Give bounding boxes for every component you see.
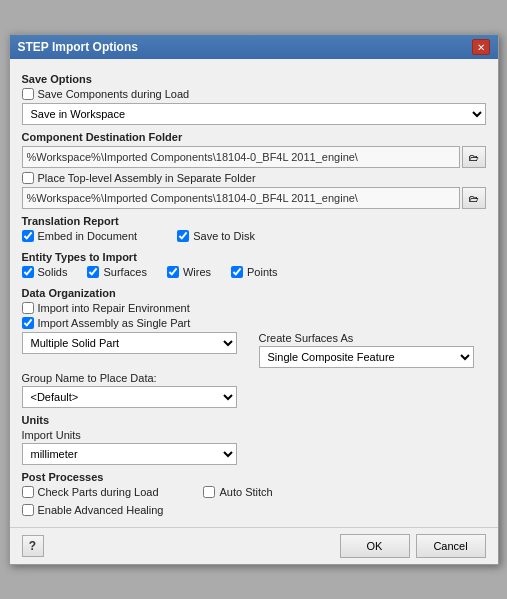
check-parts-label: Check Parts during Load bbox=[38, 486, 159, 498]
post-processes-row: Check Parts during Load Enable Advanced … bbox=[22, 486, 486, 519]
step-import-dialog: STEP Import Options ✕ Save Options Save … bbox=[9, 34, 499, 565]
save-mode-select[interactable]: Save in Workspace Save to Disk Don't Sav… bbox=[22, 103, 486, 125]
save-components-row: Save Components during Load bbox=[22, 88, 486, 100]
create-surfaces-select[interactable]: Single Composite Feature Multiple Featur… bbox=[259, 346, 474, 368]
path2-input[interactable] bbox=[22, 187, 460, 209]
wires-checkbox[interactable] bbox=[167, 266, 179, 278]
path2-row: 🗁 bbox=[22, 187, 486, 209]
save-components-label: Save Components during Load bbox=[38, 88, 190, 100]
dialog-content: Save Options Save Components during Load… bbox=[10, 59, 498, 527]
translation-report-label: Translation Report bbox=[22, 215, 486, 227]
group-name-label: Group Name to Place Data: bbox=[22, 372, 486, 384]
embed-label: Embed in Document bbox=[38, 230, 138, 242]
close-button[interactable]: ✕ bbox=[472, 39, 490, 55]
save-components-checkbox[interactable] bbox=[22, 88, 34, 100]
save-disk-label: Save to Disk bbox=[193, 230, 255, 242]
group-name-section: Group Name to Place Data: <Default> bbox=[22, 372, 486, 408]
group-name-row: <Default> bbox=[22, 386, 486, 408]
entity-types-row: Solids Surfaces Wires Points bbox=[22, 266, 486, 281]
dialog-footer: ? OK Cancel bbox=[10, 527, 498, 564]
save-disk-checkbox[interactable] bbox=[177, 230, 189, 242]
post-processes-label: Post Processes bbox=[22, 471, 486, 483]
import-repair-label: Import into Repair Environment bbox=[38, 302, 190, 314]
footer-left: ? bbox=[22, 535, 334, 557]
assembly-mode-select[interactable]: Multiple Solid Part Single Solid Part Mu… bbox=[22, 332, 237, 354]
save-options-label: Save Options bbox=[22, 73, 486, 85]
solids-label: Solids bbox=[38, 266, 68, 278]
import-single-checkbox[interactable] bbox=[22, 317, 34, 329]
place-toplevel-row: Place Top-level Assembly in Separate Fol… bbox=[22, 172, 486, 184]
component-destination-label: Component Destination Folder bbox=[22, 131, 486, 143]
surfaces-row: Surfaces bbox=[87, 266, 146, 278]
embed-row: Embed in Document bbox=[22, 230, 138, 242]
auto-stitch-row: Auto Stitch bbox=[203, 486, 272, 498]
group-name-select[interactable]: <Default> bbox=[22, 386, 237, 408]
browse1-button[interactable]: 🗁 bbox=[462, 146, 486, 168]
solids-row: Solids bbox=[22, 266, 68, 278]
place-toplevel-label: Place Top-level Assembly in Separate Fol… bbox=[38, 172, 256, 184]
create-surfaces-col: Create Surfaces As Single Composite Feat… bbox=[259, 332, 486, 368]
title-bar-controls: ✕ bbox=[472, 39, 490, 55]
points-checkbox[interactable] bbox=[231, 266, 243, 278]
units-select[interactable]: millimeter inch meter centimeter bbox=[22, 443, 237, 465]
dialog-title: STEP Import Options bbox=[18, 40, 138, 54]
import-single-row: Import Assembly as Single Part bbox=[22, 317, 486, 329]
embed-checkbox[interactable] bbox=[22, 230, 34, 242]
title-bar: STEP Import Options ✕ bbox=[10, 35, 498, 59]
enable-healing-row: Enable Advanced Healing bbox=[22, 504, 164, 516]
place-toplevel-checkbox[interactable] bbox=[22, 172, 34, 184]
import-units-label: Import Units bbox=[22, 429, 486, 441]
path1-input[interactable] bbox=[22, 146, 460, 168]
browse2-button[interactable]: 🗁 bbox=[462, 187, 486, 209]
assembly-mode-col: Multiple Solid Part Single Solid Part Mu… bbox=[22, 332, 249, 354]
units-row: millimeter inch meter centimeter bbox=[22, 443, 486, 465]
wires-label: Wires bbox=[183, 266, 211, 278]
surfaces-checkbox[interactable] bbox=[87, 266, 99, 278]
units-label: Units bbox=[22, 414, 486, 426]
assembly-surfaces-row: Multiple Solid Part Single Solid Part Mu… bbox=[22, 332, 486, 368]
save-mode-row: Save in Workspace Save to Disk Don't Sav… bbox=[22, 103, 486, 125]
import-single-label: Import Assembly as Single Part bbox=[38, 317, 191, 329]
check-parts-row: Check Parts during Load bbox=[22, 486, 164, 498]
auto-stitch-checkbox[interactable] bbox=[203, 486, 215, 498]
help-button[interactable]: ? bbox=[22, 535, 44, 557]
import-repair-checkbox[interactable] bbox=[22, 302, 34, 314]
translation-options-row: Embed in Document Save to Disk bbox=[22, 230, 486, 245]
enable-healing-label: Enable Advanced Healing bbox=[38, 504, 164, 516]
auto-stitch-label: Auto Stitch bbox=[219, 486, 272, 498]
import-repair-row: Import into Repair Environment bbox=[22, 302, 486, 314]
save-disk-row: Save to Disk bbox=[177, 230, 255, 242]
solids-checkbox[interactable] bbox=[22, 266, 34, 278]
ok-button[interactable]: OK bbox=[340, 534, 410, 558]
cancel-button[interactable]: Cancel bbox=[416, 534, 486, 558]
path1-row: 🗁 bbox=[22, 146, 486, 168]
wires-row: Wires bbox=[167, 266, 211, 278]
data-organization-label: Data Organization bbox=[22, 287, 486, 299]
enable-healing-checkbox[interactable] bbox=[22, 504, 34, 516]
create-surfaces-label: Create Surfaces As bbox=[259, 332, 486, 344]
points-row: Points bbox=[231, 266, 278, 278]
check-parts-checkbox[interactable] bbox=[22, 486, 34, 498]
points-label: Points bbox=[247, 266, 278, 278]
entity-types-label: Entity Types to Import bbox=[22, 251, 486, 263]
surfaces-label: Surfaces bbox=[103, 266, 146, 278]
